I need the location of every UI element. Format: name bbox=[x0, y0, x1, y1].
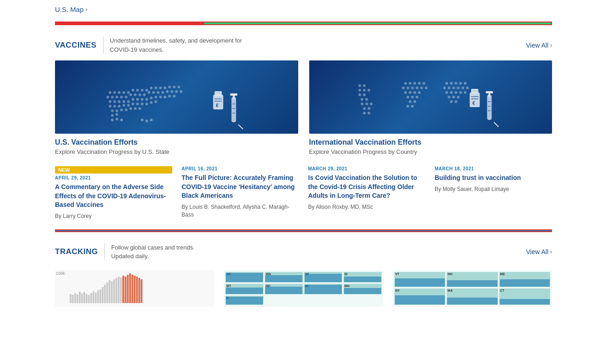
svg-point-86 bbox=[358, 84, 361, 87]
svg-point-127 bbox=[459, 82, 462, 85]
svg-point-68 bbox=[120, 119, 123, 121]
vaccines-description: Understand timelines, safety, and develo… bbox=[110, 36, 242, 54]
tracking-view-all-chevron-icon: › bbox=[550, 249, 552, 255]
svg-point-135 bbox=[445, 91, 448, 94]
state-chart-right[interactable]: VT NH ME NY bbox=[393, 270, 552, 307]
svg-point-132 bbox=[457, 87, 459, 89]
svg-rect-80 bbox=[231, 97, 236, 122]
svg-point-109 bbox=[411, 87, 414, 89]
article-3-title[interactable]: Is Covid Vaccination the Solution to the… bbox=[308, 174, 426, 201]
svg-point-126 bbox=[454, 82, 457, 85]
international-vaccination-card[interactable]: € International Vaccination Efforts E bbox=[309, 60, 552, 155]
svg-point-87 bbox=[363, 84, 366, 87]
tracking-section-header: TRACKING Follow global cases and trends.… bbox=[55, 237, 552, 266]
svg-point-72 bbox=[145, 120, 148, 122]
us-vaccination-image: € bbox=[55, 60, 298, 134]
svg-rect-148 bbox=[471, 98, 478, 99]
svg-point-2 bbox=[118, 91, 120, 94]
svg-point-70 bbox=[115, 113, 118, 116]
us-vaccination-card[interactable]: € bbox=[55, 60, 298, 155]
svg-point-92 bbox=[363, 93, 366, 96]
bottom-progress-bar bbox=[55, 229, 552, 232]
article-4-title[interactable]: Building trust in vaccination bbox=[435, 174, 552, 183]
svg-point-22 bbox=[134, 93, 137, 96]
us-vaccination-title: U.S. Vaccination Efforts bbox=[55, 138, 298, 147]
svg-point-24 bbox=[143, 93, 146, 96]
progress-fill bbox=[56, 22, 551, 24]
svg-point-106 bbox=[422, 82, 425, 85]
svg-point-120 bbox=[409, 100, 411, 103]
svg-point-54 bbox=[136, 103, 139, 105]
article-2-title[interactable]: The Full Picture: Accurately Framing COV… bbox=[181, 174, 299, 201]
svg-point-136 bbox=[450, 91, 453, 94]
svg-point-133 bbox=[461, 87, 464, 89]
svg-point-65 bbox=[138, 107, 141, 110]
svg-point-49 bbox=[113, 105, 116, 108]
svg-point-104 bbox=[413, 82, 416, 85]
svg-point-64 bbox=[134, 107, 137, 110]
vaccines-section-title: VACCINES bbox=[55, 41, 97, 50]
svg-point-117 bbox=[406, 96, 409, 98]
state-grid-right: VT NH ME NY bbox=[394, 272, 550, 305]
svg-point-27 bbox=[157, 91, 159, 94]
chart-y-label-100k: 100k bbox=[56, 271, 65, 276]
svg-rect-75 bbox=[214, 91, 222, 96]
svg-point-105 bbox=[418, 82, 421, 85]
top-progress-bar bbox=[55, 22, 552, 25]
vaccines-view-all-link[interactable]: View All › bbox=[526, 42, 552, 49]
state-chart-center[interactable]: AK WA WI ID MT bbox=[224, 270, 383, 307]
svg-point-95 bbox=[361, 103, 363, 105]
article-1-title[interactable]: A Commentary on the Adverse Side Effects… bbox=[55, 183, 172, 210]
articles-row: NEW APRIL 29, 2021 A Commentary on the A… bbox=[55, 166, 552, 220]
svg-point-137 bbox=[454, 91, 457, 94]
svg-point-67 bbox=[115, 118, 118, 120]
svg-point-138 bbox=[459, 91, 462, 94]
svg-point-101 bbox=[367, 112, 370, 114]
svg-point-39 bbox=[136, 98, 139, 101]
breadcrumb-link[interactable]: U.S. Map bbox=[55, 5, 84, 13]
svg-point-107 bbox=[402, 87, 405, 89]
svg-point-37 bbox=[127, 100, 130, 103]
svg-point-125 bbox=[450, 82, 453, 85]
svg-point-118 bbox=[411, 96, 414, 98]
breadcrumb[interactable]: U.S. Map › bbox=[55, 0, 552, 18]
svg-point-21 bbox=[129, 93, 132, 96]
svg-point-30 bbox=[170, 90, 173, 93]
svg-point-6 bbox=[136, 89, 139, 92]
svg-point-91 bbox=[358, 93, 361, 96]
svg-point-123 bbox=[411, 105, 414, 108]
svg-point-139 bbox=[464, 91, 466, 94]
tracking-view-all-link[interactable]: View All › bbox=[526, 248, 552, 255]
svg-point-4 bbox=[127, 91, 130, 94]
svg-point-131 bbox=[452, 87, 455, 89]
article-item-4: MARCH 18, 2021 Building trust in vaccina… bbox=[435, 166, 552, 220]
svg-point-98 bbox=[363, 107, 366, 110]
svg-point-140 bbox=[448, 96, 450, 98]
international-vaccination-image: € bbox=[309, 60, 552, 134]
svg-point-93 bbox=[361, 98, 363, 101]
bar-chart-bars bbox=[57, 272, 213, 303]
charts-row: 100k bbox=[55, 270, 552, 307]
svg-point-122 bbox=[406, 105, 409, 108]
svg-point-73 bbox=[150, 119, 153, 121]
svg-point-119 bbox=[416, 96, 418, 98]
article-2-date: APRIL 16, 2021 bbox=[181, 166, 299, 171]
svg-point-8 bbox=[145, 89, 148, 92]
view-all-chevron-icon: › bbox=[550, 42, 552, 49]
svg-point-108 bbox=[406, 87, 409, 89]
vaccines-section-header: VACCINES Understand timelines, safety, a… bbox=[55, 29, 552, 60]
svg-point-115 bbox=[413, 91, 416, 94]
us-bar-chart[interactable]: 100k bbox=[55, 270, 214, 307]
us-vaccination-subtitle: Explore Vaccination Progress by U.S. Sta… bbox=[55, 148, 298, 155]
article-4-date: MARCH 18, 2021 bbox=[435, 166, 552, 171]
tracking-section-divider bbox=[104, 243, 105, 261]
international-vaccination-title: International Vaccination Efforts bbox=[309, 138, 552, 147]
new-badge: NEW bbox=[55, 166, 172, 174]
state-grid-center: AK WA WI ID MT bbox=[225, 272, 381, 305]
svg-rect-151 bbox=[487, 95, 492, 120]
svg-point-88 bbox=[358, 89, 361, 92]
svg-point-14 bbox=[173, 86, 175, 88]
svg-point-97 bbox=[370, 103, 372, 105]
svg-point-40 bbox=[141, 98, 143, 101]
international-vaccination-subtitle: Explore Vaccination Progress by Country bbox=[309, 148, 552, 155]
